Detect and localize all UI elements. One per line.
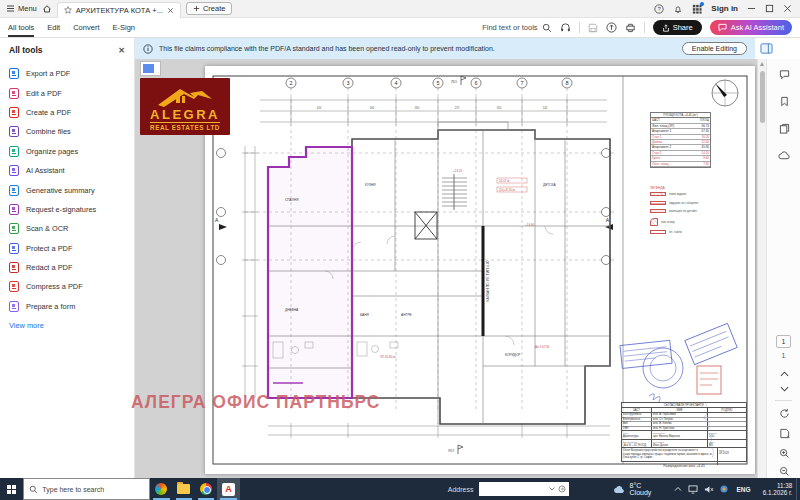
sidebar-item-export-pdf[interactable]: Export a PDF (9, 64, 125, 83)
print-icon[interactable] (625, 22, 636, 33)
page-thumbnails-icon[interactable] (778, 122, 790, 134)
svg-text:142: 142 (543, 106, 548, 110)
sidebar-item-redact-pdf[interactable]: Redact a PDF (9, 258, 125, 277)
tab-close-icon[interactable] (167, 7, 174, 14)
file-explorer-icon (177, 484, 190, 494)
next-page-icon[interactable] (778, 383, 790, 395)
scrollbar-thumb[interactable] (760, 71, 765, 123)
display-icon[interactable] (688, 485, 698, 494)
scroll-up-arrow[interactable] (760, 62, 764, 66)
sidebar-item-prepare-form[interactable]: Prepare a form (9, 297, 125, 316)
maximize-icon[interactable] (765, 4, 774, 13)
hamburger-icon (6, 4, 15, 13)
speaker-muted-icon[interactable] (704, 485, 714, 494)
create-label: Create (203, 4, 226, 13)
organize-icon (9, 146, 19, 157)
share-button[interactable]: Share (653, 20, 702, 35)
language-indicator[interactable]: ENG (736, 486, 750, 493)
right-panel-toggle-icon[interactable] (758, 40, 775, 56)
find-tools-button[interactable]: Find text or tools (482, 23, 551, 33)
legend-swatch (650, 201, 666, 205)
minimize-icon[interactable] (747, 4, 756, 13)
create-tab-button[interactable]: Create (186, 2, 233, 15)
bookmarks-icon[interactable] (778, 95, 790, 107)
upload-cloud-icon[interactable] (606, 22, 617, 33)
zoom-in-icon[interactable] (778, 447, 790, 459)
go-icon[interactable] (558, 485, 566, 493)
notifications-bell-icon[interactable] (673, 4, 683, 14)
date: 6.1.2026 г. (759, 489, 793, 496)
dropdown-chevron-icon[interactable] (549, 487, 555, 491)
rotate-page-icon[interactable] (778, 407, 790, 419)
sidebar-item-protect-pdf[interactable]: Protect a PDF (9, 239, 125, 258)
taskbar-acrobat-icon[interactable]: A (217, 478, 239, 500)
taskbar-explorer-icon[interactable] (173, 478, 195, 500)
apps-grid-icon[interactable] (692, 4, 702, 14)
svg-text:A: A (215, 217, 219, 223)
highlighted-apartment-outline[interactable] (268, 147, 352, 398)
time: 11:38 (759, 482, 793, 489)
vertical-scrollbar[interactable] (757, 59, 766, 478)
show-desktop-button[interactable] (796, 478, 800, 500)
clock[interactable]: 11:38 6.1.2026 г. (759, 482, 793, 496)
close-window-icon[interactable] (783, 4, 792, 13)
door-arcs (325, 226, 553, 345)
sidebar-item-organize-pages[interactable]: Organize pages (9, 142, 125, 161)
info-icon (143, 44, 153, 54)
home-icon[interactable] (42, 4, 52, 14)
sidebar-item-label: Generative summary (26, 186, 95, 195)
sidebar-item-scan-ocr[interactable]: Scan & OCR (9, 219, 125, 238)
toolbar: All tools Edit Convert E-Sign Find text … (0, 18, 800, 38)
zoom-out-icon[interactable] (778, 465, 790, 477)
svg-text:+13.20: +13.20 (453, 169, 463, 173)
sidebar-item-create-pdf[interactable]: Create a PDF (9, 103, 125, 122)
help-icon[interactable]: ? (654, 4, 664, 14)
view-more-link[interactable]: View more (9, 321, 125, 330)
tray-app-icon[interactable] (720, 485, 728, 493)
legend-swatch (650, 209, 666, 213)
sidebar-item-edit-pdf[interactable]: Edit a PDF (9, 83, 125, 102)
sidebar-item-request-esignatures[interactable]: Request e-signatures (9, 200, 125, 219)
svg-text:(2х)+8.13 м²: (2х)+8.13 м² (499, 188, 516, 192)
save-icon[interactable] (588, 23, 598, 33)
taskbar-app-icon[interactable] (150, 478, 172, 500)
sidebar-item-combine-files[interactable]: Combine files (9, 122, 125, 141)
taskbar-search[interactable]: Type here to search (23, 478, 150, 500)
read-aloud-headset-icon[interactable] (560, 22, 571, 33)
divider (775, 400, 792, 401)
tray-chevron-icon[interactable] (674, 486, 682, 492)
start-button[interactable] (0, 478, 23, 500)
tab-edit[interactable]: Edit (47, 19, 60, 36)
menu-button[interactable]: Menu (6, 4, 37, 13)
tab-convert[interactable]: Convert (73, 19, 99, 36)
previous-page-icon[interactable] (778, 368, 790, 380)
address-input[interactable] (479, 482, 570, 496)
legend-item: зидария за събаряне (650, 201, 714, 205)
sidebar-item-ai-assistant[interactable]: AI Assistant (9, 161, 125, 180)
cloud-files-icon[interactable] (778, 149, 790, 161)
legend-title: ЛЕГЕНДА: (650, 186, 714, 190)
sidebar-item-generative-summary[interactable]: Generative summary (9, 180, 125, 199)
svg-text:260: 260 (370, 106, 375, 110)
tab-all-tools[interactable]: All tools (8, 19, 34, 36)
page-number-input[interactable]: 1 (776, 335, 791, 348)
comments-icon[interactable] (778, 68, 790, 80)
page-thumbnail[interactable] (140, 61, 161, 76)
svg-text:5: 5 (436, 80, 439, 86)
sign-in-button[interactable]: Sign in (711, 4, 738, 13)
fit-page-icon[interactable] (778, 427, 790, 439)
panel-close-icon[interactable]: ✕ (118, 46, 125, 55)
ask-ai-assistant-button[interactable]: Ask AI Assistant (710, 20, 792, 35)
sidebar-item-label: Request e-signatures (26, 205, 96, 214)
sidebar-item-compress-pdf[interactable]: Compress a PDF (9, 277, 125, 296)
scan-icon (9, 223, 19, 234)
tab-esign[interactable]: E-Sign (112, 19, 135, 36)
enable-editing-button[interactable]: Enable Editing (682, 42, 747, 55)
system-tray (674, 485, 728, 494)
all-tools-panel: All tools ✕ Export a PDF Edit a PDF Crea… (0, 38, 135, 478)
svg-text:350: 350 (415, 106, 420, 110)
document-tab[interactable]: АРХИТЕКТУРА КОТА +... (57, 2, 181, 18)
tab-title: АРХИТЕКТУРА КОТА +... (76, 6, 163, 15)
weather-widget[interactable]: 8°C Cloudy (613, 482, 662, 496)
taskbar-chrome-icon[interactable] (195, 478, 217, 500)
